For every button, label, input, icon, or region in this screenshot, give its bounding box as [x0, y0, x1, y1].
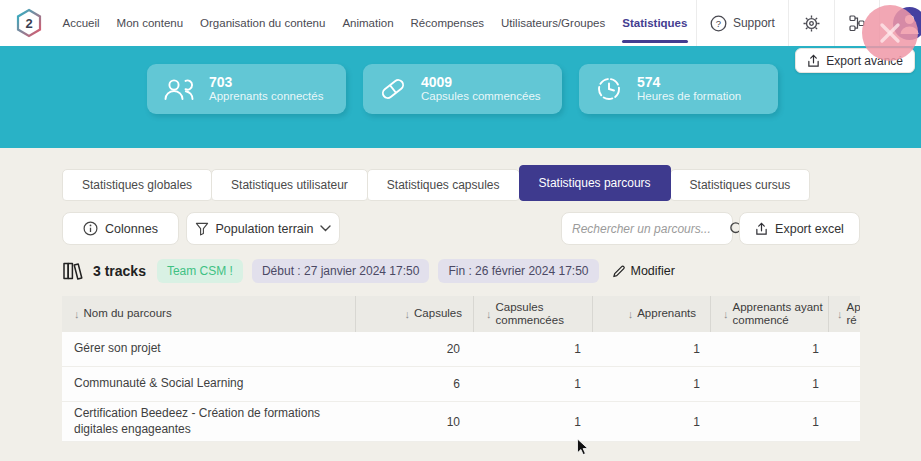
cell-apprenants: 1 [592, 415, 710, 429]
tracks-count: 3 tracks [93, 263, 146, 279]
population-filter-button[interactable]: Population terrain [186, 212, 340, 245]
tab-statistiques-globales[interactable]: Statistiques globales [62, 169, 212, 201]
cell-apprenants-ayant-commence: 1 [710, 415, 828, 429]
stat-text: 703 Apprenants connectés [209, 74, 323, 103]
cell-parcours-name: Communauté & Social Learning [62, 372, 355, 396]
settings-button[interactable] [788, 0, 834, 46]
cell-capsules: 20 [355, 342, 473, 356]
nav-item-recompenses[interactable]: Récompenses [402, 0, 493, 46]
column-header-capsules-commencees[interactable]: ↓ Capsules commencées [473, 296, 592, 332]
nav-item-accueil[interactable]: Accueil [54, 0, 108, 46]
stat-value: 574 [637, 74, 741, 90]
svg-text:?: ? [716, 18, 721, 29]
table-row[interactable]: Communauté & Social Learning 6 1 1 1 [62, 367, 860, 402]
columns-button[interactable]: Colonnes [62, 212, 179, 245]
nav-item-mon-contenu[interactable]: Mon contenu [108, 0, 192, 46]
table-header-row: ↓ Nom du parcours ↓ Capsules ↓ Capsules … [62, 296, 860, 332]
column-header-nom-du-parcours[interactable]: ↓ Nom du parcours [62, 296, 355, 332]
cell-apprenants: 1 [592, 377, 710, 391]
sort-desc-icon: ↓ [837, 308, 843, 321]
search-input[interactable] [572, 222, 729, 236]
upload-icon [807, 54, 820, 68]
nav-item-organisation-du-contenu[interactable]: Organisation du contenu [192, 0, 334, 46]
clock-icon [594, 74, 624, 104]
stats-banner: 703 Apprenants connectés 4009 Capsules c… [0, 46, 921, 148]
column-header-apprenants-ayant-commence[interactable]: ↓ Apprenants ayant commencé [710, 296, 828, 332]
nav-item-animation[interactable]: Animation [334, 0, 402, 46]
stat-text: 4009 Capsules commencées [421, 74, 541, 103]
top-navigation-bar: 2 Accueil Mon contenu Organisation du co… [0, 0, 921, 46]
nav-item-statistiques[interactable]: Statistiques [614, 0, 696, 46]
stat-value: 4009 [421, 74, 541, 90]
cell-parcours-name: Certification Beedeez - Création de form… [62, 402, 355, 441]
column-label: Apprenants ayant commencé [733, 301, 823, 327]
nav-item-utilisateurs-groupes[interactable]: Utilisateurs/Groupes [493, 0, 614, 46]
sort-desc-icon: ↓ [405, 308, 411, 321]
main-nav: Accueil Mon contenu Organisation du cont… [54, 0, 696, 46]
support-button[interactable]: ? Support [696, 0, 788, 46]
search-parcours-box [561, 212, 733, 245]
tab-statistiques-parcours[interactable]: Statistiques parcours [519, 165, 671, 201]
gear-icon [802, 14, 821, 33]
stat-label: Capsules commencées [421, 90, 541, 103]
table-row[interactable]: Certification Beedeez - Création de form… [62, 402, 860, 442]
stats-cards: 703 Apprenants connectés 4009 Capsules c… [147, 64, 778, 114]
export-excel-label: Export excel [775, 222, 844, 236]
column-label: Nom du parcours [84, 307, 172, 320]
stat-card-capsules-commencees: 4009 Capsules commencées [363, 64, 562, 114]
cell-capsules-commencees: 1 [473, 415, 592, 429]
cell-capsules-commencees: 1 [473, 377, 592, 391]
info-icon [83, 221, 98, 236]
column-header-clipped[interactable]: ↓ Ap ré [828, 296, 860, 332]
upload-icon [755, 222, 768, 236]
cell-apprenants-ayant-commence: 1 [710, 377, 828, 391]
edit-label: Modifier [631, 264, 675, 278]
chevron-down-icon [320, 225, 331, 232]
cell-capsules-commencees: 1 [473, 342, 592, 356]
pencil-icon [612, 264, 626, 278]
sort-desc-icon: ↓ [628, 308, 634, 321]
stat-label: Apprenants connectés [209, 90, 323, 103]
column-label: Apprenants [637, 307, 696, 320]
sort-desc-icon: ↓ [74, 308, 80, 321]
cell-apprenants: 1 [592, 342, 710, 356]
filter-icon [195, 222, 209, 236]
tab-statistiques-cursus[interactable]: Statistiques cursus [670, 169, 811, 201]
tab-statistiques-utilisateur[interactable]: Statistiques utilisateur [211, 169, 368, 201]
recording-close-button[interactable] [862, 5, 918, 61]
stat-card-heures-formation: 574 Heures de formation [579, 64, 778, 114]
statistics-tabs: Statistiques globales Statistiques utili… [62, 165, 810, 201]
stat-text: 574 Heures de formation [637, 74, 741, 103]
edit-tracks-button[interactable]: Modifier [612, 264, 675, 278]
people-icon [162, 76, 196, 102]
end-date-badge: Fin : 26 février 2024 17:50 [438, 259, 598, 283]
column-header-capsules[interactable]: ↓ Capsules [355, 296, 473, 332]
column-label: Capsules commencées [496, 301, 564, 327]
beedeez-logo[interactable]: 2 [0, 0, 54, 46]
sort-desc-icon: ↓ [486, 308, 492, 321]
column-label: Capsules [414, 307, 462, 320]
stat-label: Heures de formation [637, 90, 741, 103]
start-date-badge: Début : 27 janvier 2024 17:50 [252, 259, 429, 283]
tab-statistiques-capsules[interactable]: Statistiques capsules [367, 169, 520, 201]
support-label: Support [733, 16, 775, 30]
stat-card-apprenants-connectes: 703 Apprenants connectés [147, 64, 346, 114]
cell-apprenants-ayant-commence: 1 [710, 342, 828, 356]
mouse-cursor [576, 438, 589, 456]
table-row[interactable]: Gérer son projet 20 1 1 1 [62, 332, 860, 367]
columns-label: Colonnes [105, 222, 158, 236]
stat-value: 703 [209, 74, 323, 90]
svg-text:2: 2 [25, 16, 32, 31]
close-icon [877, 20, 903, 46]
export-excel-button[interactable]: Export excel [739, 212, 860, 245]
cell-capsules: 10 [355, 415, 473, 429]
cell-parcours-name: Gérer son projet [62, 337, 355, 361]
capsule-icon [378, 75, 408, 103]
books-icon [62, 260, 84, 282]
column-header-apprenants[interactable]: ↓ Apprenants [592, 296, 710, 332]
cell-capsules: 6 [355, 377, 473, 391]
column-label: Ap ré [847, 301, 861, 327]
question-circle-icon: ? [710, 15, 727, 32]
tracks-summary-row: 3 tracks Team CSM ! Début : 27 janvier 2… [62, 258, 675, 284]
sort-desc-icon: ↓ [723, 308, 729, 321]
